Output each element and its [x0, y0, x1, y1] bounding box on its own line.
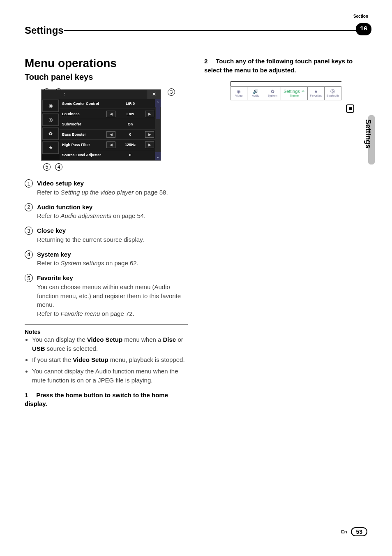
step-text: Press the home button to switch to the h…: [25, 392, 168, 408]
scroll-track[interactable]: [155, 107, 161, 152]
definition-number: 4: [25, 250, 33, 259]
row-value: Low: [116, 112, 144, 116]
definition-body: Favorite key You can choose menus within…: [37, 273, 188, 318]
definition-body: System key Refer to System settings on p…: [37, 250, 188, 268]
definition-body: Video setup key Refer to Setting up the …: [37, 179, 188, 197]
video-icon: ◉: [237, 89, 241, 94]
scrollbar[interactable]: ⌃ ⌄: [155, 99, 161, 160]
tab-label: Video: [235, 94, 243, 97]
definition-item: 1 Video setup key Refer to Setting up th…: [25, 179, 188, 197]
subsection-heading: Touch panel keys: [25, 72, 188, 82]
tab-label: Audio: [252, 94, 259, 97]
notes-rule: [25, 324, 188, 324]
definition-item: 3 Close key Returning to the current sou…: [25, 226, 188, 244]
menu-tabbar: ◉ Video 🔊 Audio ✿ System Settings ✧ Them…: [231, 86, 341, 100]
left-arrow-button[interactable]: ◀: [106, 111, 115, 117]
right-arrow-button[interactable]: ▶: [145, 111, 154, 117]
row-label: Subwoofer: [60, 122, 106, 126]
close-button[interactable]: ✕: [147, 90, 161, 99]
right-arrow-button[interactable]: ▶: [145, 141, 154, 148]
scroll-up-button[interactable]: ⌃: [155, 99, 161, 107]
list-item[interactable]: Source Level Adjuster 0: [60, 150, 155, 160]
section-heading: Menu operations: [25, 57, 188, 70]
definition-number: 5: [25, 274, 33, 282]
panel-titlebar: : ✕: [42, 90, 161, 99]
note-item: You can display the Video Setup menu whe…: [32, 335, 188, 353]
step-number: 1: [25, 391, 35, 400]
left-column: Menu operations Touch panel keys 1 2 3 :…: [25, 57, 188, 408]
definition-body: Close key Returning to the current sourc…: [37, 226, 188, 244]
definition-item: 5 Favorite key You can choose menus with…: [25, 273, 188, 318]
tabbar-callout-frame: [231, 81, 341, 86]
tab-system[interactable]: ✿ System: [264, 87, 281, 100]
list-item[interactable]: Loudness ◀ Low ▶: [60, 109, 155, 119]
panel-side-nav: ◉ ◎ ✿ ★: [42, 99, 60, 160]
step-text: Touch any of the following touch panel k…: [204, 58, 353, 74]
row-value: 0: [106, 153, 155, 157]
chapter-title: Settings: [25, 25, 68, 36]
audio-icon: 🔊: [253, 89, 258, 94]
definition-body: Audio function key Refer to Audio adjust…: [37, 203, 188, 221]
step-number: 2: [204, 57, 214, 66]
list-item[interactable]: Bass Booster ◀ 0 ▶: [60, 130, 155, 140]
bluetooth-icon: ⓑ: [330, 89, 335, 94]
footer-page-number: 53: [351, 527, 367, 536]
audio-function-key[interactable]: ◎: [42, 114, 59, 126]
tab-favorites[interactable]: ★ Favorites: [308, 87, 325, 100]
side-tab-label: Settings: [364, 119, 372, 148]
callout-4: 4: [55, 163, 62, 171]
definition-number: 1: [25, 179, 33, 188]
step-2: 2 Touch any of the following touch panel…: [204, 57, 367, 75]
header-rule-wrap: [68, 25, 367, 36]
list-item[interactable]: Subwoofer On: [60, 119, 155, 130]
right-arrow-button[interactable]: ▶: [145, 131, 154, 138]
definition-number: 3: [25, 227, 33, 235]
tab-label: Favorites: [310, 94, 322, 97]
row-value: L/R 0: [106, 102, 155, 106]
notes-list: You can display the Video Setup menu whe…: [32, 335, 188, 385]
favorite-key[interactable]: ★: [42, 141, 59, 154]
tab-audio[interactable]: 🔊 Audio: [247, 87, 264, 100]
step-1: 1 Press the home button to switch to the…: [25, 391, 188, 409]
menu-tabbar-figure: ◉ Video 🔊 Audio ✿ System Settings ✧ Them…: [231, 81, 341, 100]
settings-theme-icon: Settings ✧: [284, 89, 305, 94]
callout-5: 5: [43, 163, 51, 171]
definition-number: 2: [25, 203, 33, 211]
row-label: High Pass Filter: [60, 143, 106, 147]
list-item[interactable]: Sonic Center Control L/R 0: [60, 99, 155, 109]
row-value: 125Hz: [116, 143, 144, 147]
tab-label: Theme: [290, 94, 299, 97]
stop-icon: [346, 104, 354, 113]
tab-video[interactable]: ◉ Video: [231, 87, 248, 100]
tab-label: Bluetooth: [327, 94, 339, 97]
notes-heading: Notes: [25, 329, 188, 335]
video-setup-key[interactable]: ◉: [42, 100, 59, 112]
row-label: Bass Booster: [60, 132, 106, 137]
settings-list: Sonic Center Control L/R 0 Loudness ◀ Lo…: [60, 99, 155, 160]
section-label: Section: [353, 14, 368, 19]
left-arrow-button[interactable]: ◀: [106, 131, 115, 138]
tab-theme[interactable]: Settings ✧ Theme: [281, 87, 308, 100]
scroll-down-button[interactable]: ⌄: [155, 152, 161, 160]
definition-item: 4 System key Refer to System settings on…: [25, 250, 188, 268]
row-label: Source Level Adjuster: [60, 153, 106, 157]
note-item: If you start the Video Setup menu, playb…: [32, 355, 188, 364]
row-value: On: [106, 122, 155, 126]
system-icon: ✿: [271, 89, 274, 94]
page-footer: En 53: [341, 527, 367, 536]
left-arrow-button[interactable]: ◀: [106, 141, 115, 148]
touch-panel-figure: 1 2 3 : ✕ ◉ ◎ ✿ ★: [41, 89, 173, 161]
chapter-header: Settings: [25, 25, 367, 36]
scroll-thumb[interactable]: [156, 107, 160, 119]
key-definitions: 1 Video setup key Refer to Setting up th…: [25, 179, 188, 318]
system-key[interactable]: ✿: [42, 127, 59, 140]
row-label: Sonic Center Control: [60, 102, 106, 106]
header-rule: [64, 30, 367, 31]
settings-panel: : ✕ ◉ ◎ ✿ ★ Sonic Center Control: [41, 89, 161, 161]
list-item[interactable]: High Pass Filter ◀ 125Hz ▶: [60, 140, 155, 150]
row-value: 0: [116, 132, 144, 137]
footer-lang: En: [341, 529, 347, 534]
definition-item: 2 Audio function key Refer to Audio adju…: [25, 203, 188, 221]
tab-label: System: [267, 94, 277, 97]
tab-bluetooth[interactable]: ⓑ Bluetooth: [325, 87, 341, 100]
